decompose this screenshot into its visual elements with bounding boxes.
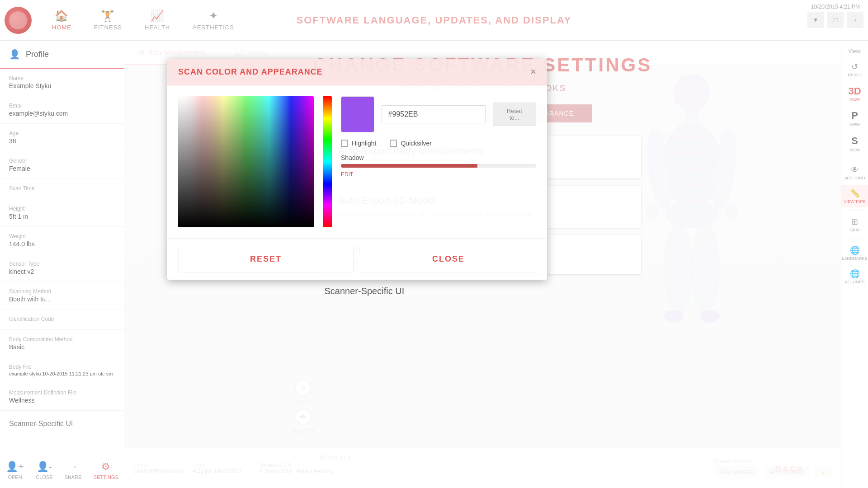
color-options-panel: Reset to... Highlight Quicksilver Shadow… (341, 96, 536, 227)
color-swatch (341, 96, 374, 132)
color-close-button[interactable]: CLOSE (361, 246, 536, 272)
color-picker-dialog: SCAN COLOR AND APPEARANCE × Reset to... … (167, 59, 547, 280)
color-dialog-body: Reset to... Highlight Quicksilver Shadow… (167, 85, 547, 238)
color-reset-button[interactable]: RESET (178, 246, 354, 272)
shadow-label: Shadow (341, 154, 536, 161)
highlight-label: Highlight (352, 140, 376, 147)
color-dialog-title: SCAN COLOR AND APPEARANCE (178, 67, 323, 77)
checkboxes-row: Highlight Quicksilver (341, 140, 536, 147)
quicksilver-checkbox[interactable] (390, 140, 397, 147)
quicksilver-label: Quicksilver (401, 140, 431, 147)
shadow-row: Shadow EDIT (341, 154, 536, 178)
black-overlay (178, 96, 314, 227)
edit-label[interactable]: EDIT (341, 171, 536, 178)
color-gradient-container[interactable] (178, 96, 314, 227)
highlight-checkbox-item[interactable]: Highlight (341, 140, 376, 147)
shadow-slider[interactable] (341, 164, 536, 168)
highlight-checkbox[interactable] (341, 140, 348, 147)
reset-to-button[interactable]: Reset to... (493, 103, 536, 126)
color-dialog-footer: RESET CLOSE (167, 238, 547, 280)
scanner-specific-ui: Scanner-Specific UI (325, 286, 641, 296)
quicksilver-checkbox-item[interactable]: Quicksilver (390, 140, 431, 147)
hue-slider[interactable] (323, 96, 332, 227)
color-dialog-header: SCAN COLOR AND APPEARANCE × (167, 59, 547, 85)
color-preview-row: Reset to... (341, 96, 536, 132)
color-hex-input[interactable] (382, 105, 486, 123)
color-dialog-close-button[interactable]: × (530, 66, 536, 78)
